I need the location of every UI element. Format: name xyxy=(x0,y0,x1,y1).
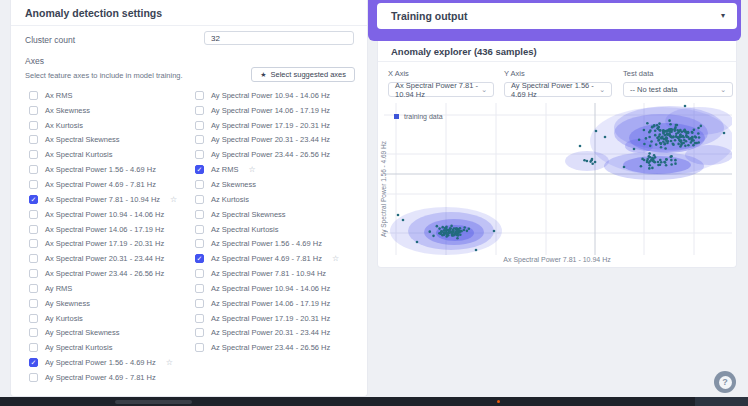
axis-checkbox-label: Ax Spectral Skewness xyxy=(45,135,120,144)
axis-checkbox-row[interactable]: Ax Spectral Power 10.94 - 14.06 Hz xyxy=(29,207,191,222)
unchecked-checkbox-icon[interactable] xyxy=(195,314,204,323)
unchecked-checkbox-icon[interactable] xyxy=(195,106,204,115)
unchecked-checkbox-icon[interactable] xyxy=(195,328,204,337)
axis-checkbox-row[interactable]: Ay Spectral Skewness xyxy=(29,326,191,341)
axis-checkbox-label: Ay Spectral Power 20.31 - 23.44 Hz xyxy=(211,135,330,144)
axis-checkbox-row[interactable]: Ay Spectral Power 23.44 - 26.56 Hz xyxy=(195,147,367,162)
y-axis-selected-value: Ay Spectral Power 1.56 - 4.69 Hz xyxy=(511,81,599,99)
unchecked-checkbox-icon[interactable] xyxy=(29,239,38,248)
axis-checkbox-row[interactable]: Az Spectral Kurtosis xyxy=(195,222,367,237)
axis-checkbox-row[interactable]: Ax Spectral Kurtosis xyxy=(29,147,191,162)
axis-checkbox-row[interactable]: Az Kurtosis xyxy=(195,192,367,207)
axis-checkbox-label: Az Spectral Kurtosis xyxy=(211,225,279,234)
unchecked-checkbox-icon[interactable] xyxy=(195,121,204,130)
cluster-count-input[interactable] xyxy=(204,31,354,45)
unchecked-checkbox-icon[interactable] xyxy=(29,135,38,144)
axis-checkbox-row[interactable]: Az Skewness xyxy=(195,177,367,192)
unchecked-checkbox-icon[interactable] xyxy=(195,239,204,248)
axis-checkbox-label: Az Spectral Power 17.19 - 20.31 Hz xyxy=(211,314,330,323)
suggested-star-icon: ☆ xyxy=(170,195,177,204)
axis-checkbox-row[interactable]: Ay Skewness xyxy=(29,296,191,311)
training-data-swatch-icon xyxy=(394,114,399,119)
test-data-label: Test data xyxy=(623,69,733,78)
axis-checkbox-row[interactable]: Ay RMS xyxy=(29,281,191,296)
axis-checkbox-row[interactable]: Az Spectral Power 23.44 - 26.56 Hz xyxy=(195,340,367,355)
axis-checkbox-label: Az RMS xyxy=(211,165,239,174)
collapse-caret-icon[interactable]: ▾ xyxy=(721,3,725,29)
axis-checkbox-row[interactable]: Ax Spectral Power 23.44 - 26.56 Hz xyxy=(29,266,191,281)
axis-checkbox-row[interactable]: Az Spectral Power 17.19 - 20.31 Hz xyxy=(195,311,367,326)
axis-checkbox-row[interactable]: Ay Kurtosis xyxy=(29,311,191,326)
axis-checkbox-row[interactable]: Ay Spectral Power 17.19 - 20.31 Hz xyxy=(195,118,367,133)
taskbar-notification-dot xyxy=(497,400,500,403)
axis-checkbox-row[interactable]: Ax Spectral Power 20.31 - 23.44 Hz xyxy=(29,251,191,266)
axis-checkbox-row[interactable]: Az Spectral Power 10.94 - 14.06 Hz xyxy=(195,281,367,296)
unchecked-checkbox-icon[interactable] xyxy=(195,91,204,100)
unchecked-checkbox-icon[interactable] xyxy=(195,225,204,234)
select-suggested-axes-button[interactable]: ★ Select suggested axes xyxy=(251,67,355,82)
unchecked-checkbox-icon[interactable] xyxy=(29,314,38,323)
axis-checkbox-row[interactable]: Ax Kurtosis xyxy=(29,118,191,133)
axis-checkbox-row[interactable]: Ax Skewness xyxy=(29,103,191,118)
axis-checkbox-row[interactable]: Az Spectral Power 14.06 - 17.19 Hz xyxy=(195,296,367,311)
checked-checkbox-icon[interactable]: ✓ xyxy=(195,254,204,263)
unchecked-checkbox-icon[interactable] xyxy=(29,225,38,234)
axis-checkbox-row[interactable]: ✓Az Spectral Power 4.69 - 7.81 Hz☆ xyxy=(195,251,367,266)
axis-checkbox-label: Ax Spectral Power 1.56 - 4.69 Hz xyxy=(45,165,156,174)
axis-checkbox-row[interactable]: Ay Spectral Power 14.06 - 17.19 Hz xyxy=(195,103,367,118)
x-axis-select[interactable]: Ax Spectral Power 7.81 - 10.94 Hz ⌄ xyxy=(388,82,494,97)
axis-checkbox-row[interactable]: Ax RMS xyxy=(29,88,191,103)
unchecked-checkbox-icon[interactable] xyxy=(195,180,204,189)
unchecked-checkbox-icon[interactable] xyxy=(29,210,38,219)
axis-checkbox-row[interactable]: Ay Spectral Kurtosis xyxy=(29,340,191,355)
unchecked-checkbox-icon[interactable] xyxy=(29,269,38,278)
axis-checkbox-row[interactable]: Ax Spectral Skewness xyxy=(29,133,191,148)
axis-checkbox-row[interactable]: Az Spectral Power 7.81 - 10.94 Hz xyxy=(195,266,367,281)
axis-checkbox-row[interactable]: ✓Ax Spectral Power 7.81 - 10.94 Hz☆ xyxy=(29,192,191,207)
axis-checkbox-row[interactable]: Ay Spectral Power 4.69 - 7.81 Hz xyxy=(29,370,191,385)
unchecked-checkbox-icon[interactable] xyxy=(29,180,38,189)
y-axis-select[interactable]: Ay Spectral Power 1.56 - 4.69 Hz ⌄ xyxy=(504,82,612,97)
unchecked-checkbox-icon[interactable] xyxy=(29,106,38,115)
axis-checkbox-row[interactable]: Ay Spectral Power 10.94 - 14.06 Hz xyxy=(195,88,367,103)
checked-checkbox-icon[interactable]: ✓ xyxy=(29,358,38,367)
axis-checkbox-label: Ay Spectral Kurtosis xyxy=(45,343,112,352)
unchecked-checkbox-icon[interactable] xyxy=(195,343,204,352)
unchecked-checkbox-icon[interactable] xyxy=(29,373,38,382)
axis-checkbox-row[interactable]: ✓Ay Spectral Power 1.56 - 4.69 Hz☆ xyxy=(29,355,191,370)
unchecked-checkbox-icon[interactable] xyxy=(195,150,204,159)
axis-checkbox-row[interactable]: ✓Az RMS☆ xyxy=(195,162,367,177)
chart-x-axis-label: Ax Spectral Power 7.81 - 10.94 Hz xyxy=(378,256,736,263)
unchecked-checkbox-icon[interactable] xyxy=(29,150,38,159)
star-icon: ★ xyxy=(260,71,266,79)
axis-checkbox-row[interactable]: Ax Spectral Power 1.56 - 4.69 Hz xyxy=(29,162,191,177)
axis-checkbox-label: Ax Skewness xyxy=(45,106,90,115)
unchecked-checkbox-icon[interactable] xyxy=(29,328,38,337)
unchecked-checkbox-icon[interactable] xyxy=(195,284,204,293)
unchecked-checkbox-icon[interactable] xyxy=(195,299,204,308)
unchecked-checkbox-icon[interactable] xyxy=(29,165,38,174)
unchecked-checkbox-icon[interactable] xyxy=(195,269,204,278)
checked-checkbox-icon[interactable]: ✓ xyxy=(29,195,38,204)
unchecked-checkbox-icon[interactable] xyxy=(29,121,38,130)
unchecked-checkbox-icon[interactable] xyxy=(29,254,38,263)
axis-checkbox-row[interactable]: Ax Spectral Power 17.19 - 20.31 Hz xyxy=(29,236,191,251)
axis-checkbox-row[interactable]: Ax Spectral Power 14.06 - 17.19 Hz xyxy=(29,222,191,237)
help-button[interactable]: ? xyxy=(714,371,736,393)
unchecked-checkbox-icon[interactable] xyxy=(29,91,38,100)
unchecked-checkbox-icon[interactable] xyxy=(195,210,204,219)
axis-checkbox-row[interactable]: Az Spectral Power 20.31 - 23.44 Hz xyxy=(195,326,367,341)
unchecked-checkbox-icon[interactable] xyxy=(29,284,38,293)
axis-checkbox-row[interactable]: Ay Spectral Power 20.31 - 23.44 Hz xyxy=(195,133,367,148)
test-data-select[interactable]: -- No test data ⌄ xyxy=(623,82,733,97)
axes-help-text: Select feature axes to include in model … xyxy=(25,71,183,80)
checked-checkbox-icon[interactable]: ✓ xyxy=(195,165,204,174)
unchecked-checkbox-icon[interactable] xyxy=(29,299,38,308)
unchecked-checkbox-icon[interactable] xyxy=(195,135,204,144)
axis-checkbox-row[interactable]: Az Spectral Skewness xyxy=(195,207,367,222)
axis-checkbox-row[interactable]: Ax Spectral Power 4.69 - 7.81 Hz xyxy=(29,177,191,192)
unchecked-checkbox-icon[interactable] xyxy=(195,195,204,204)
unchecked-checkbox-icon[interactable] xyxy=(29,343,38,352)
axis-checkbox-label: Ax Spectral Power 20.31 - 23.44 Hz xyxy=(45,254,164,263)
axis-checkbox-row[interactable]: Az Spectral Power 1.56 - 4.69 Hz xyxy=(195,236,367,251)
